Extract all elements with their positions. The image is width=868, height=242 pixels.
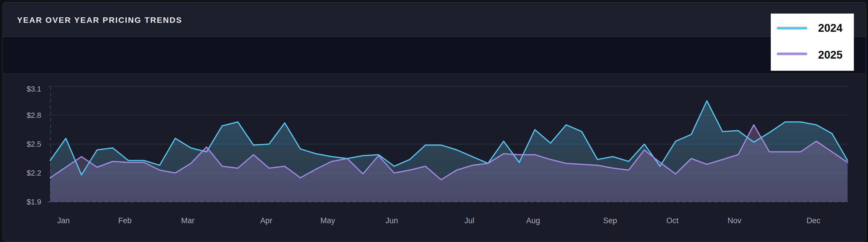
svg-text:Apr: Apr	[260, 216, 272, 225]
svg-text:Mar: Mar	[181, 216, 195, 225]
svg-text:Feb: Feb	[118, 216, 132, 225]
svg-text:$2.8: $2.8	[27, 111, 41, 119]
svg-text:May: May	[320, 216, 335, 225]
svg-text:Jul: Jul	[464, 216, 474, 225]
svg-text:Aug: Aug	[526, 216, 540, 225]
svg-text:$2.2: $2.2	[27, 169, 41, 177]
svg-text:Oct: Oct	[666, 216, 679, 225]
svg-text:YEAR OVER YEAR PRICING TRENDS: YEAR OVER YEAR PRICING TRENDS	[17, 16, 182, 25]
svg-text:2024: 2024	[818, 22, 843, 34]
svg-text:2025: 2025	[818, 49, 843, 61]
svg-text:$1.9: $1.9	[27, 197, 41, 206]
svg-text:Nov: Nov	[727, 216, 742, 225]
svg-text:Dec: Dec	[807, 216, 820, 225]
svg-text:Sep: Sep	[603, 216, 617, 225]
svg-text:Jun: Jun	[385, 216, 398, 225]
svg-text:Jan: Jan	[57, 216, 70, 225]
svg-text:$3.1: $3.1	[27, 85, 41, 93]
svg-text:$2.5: $2.5	[27, 140, 41, 149]
